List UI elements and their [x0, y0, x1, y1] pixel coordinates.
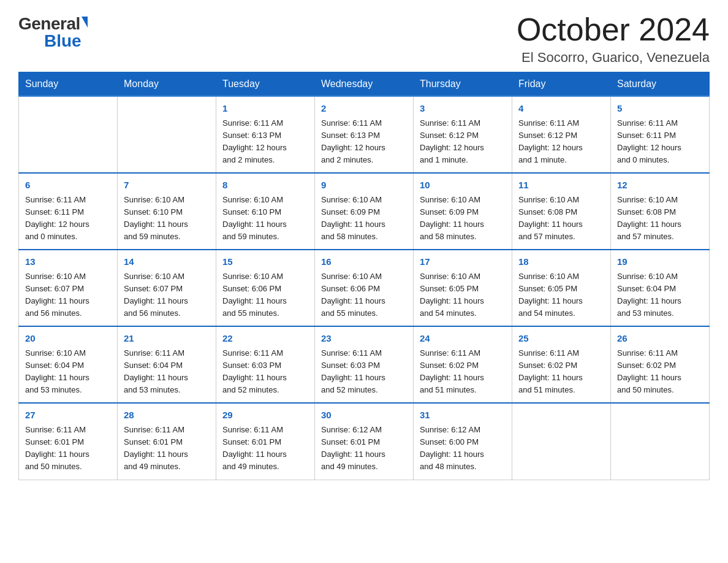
calendar-header-saturday: Saturday	[611, 72, 710, 97]
calendar-cell: 5Sunrise: 6:11 AM Sunset: 6:11 PM Daylig…	[611, 96, 710, 173]
day-number: 1	[222, 102, 308, 116]
calendar-cell: 10Sunrise: 6:10 AM Sunset: 6:09 PM Dayli…	[414, 173, 512, 250]
calendar-header-row: SundayMondayTuesdayWednesdayThursdayFrid…	[19, 72, 710, 97]
day-number: 15	[222, 255, 308, 269]
day-info: Sunrise: 6:10 AM Sunset: 6:08 PM Dayligh…	[617, 194, 703, 243]
calendar-cell: 26Sunrise: 6:11 AM Sunset: 6:02 PM Dayli…	[611, 326, 710, 403]
day-info: Sunrise: 6:11 AM Sunset: 6:03 PM Dayligh…	[321, 347, 407, 397]
day-number: 12	[617, 178, 703, 193]
day-info: Sunrise: 6:10 AM Sunset: 6:10 PM Dayligh…	[222, 194, 308, 243]
calendar-cell: 14Sunrise: 6:10 AM Sunset: 6:07 PM Dayli…	[118, 250, 216, 326]
calendar-cell	[19, 96, 118, 173]
day-number: 16	[321, 255, 407, 269]
day-number: 23	[321, 332, 407, 346]
calendar-cell: 9Sunrise: 6:10 AM Sunset: 6:09 PM Daylig…	[315, 173, 414, 250]
calendar-cell: 20Sunrise: 6:10 AM Sunset: 6:04 PM Dayli…	[19, 326, 118, 403]
calendar-week-row: 6Sunrise: 6:11 AM Sunset: 6:11 PM Daylig…	[19, 173, 710, 250]
calendar-cell	[512, 403, 611, 480]
day-info: Sunrise: 6:10 AM Sunset: 6:04 PM Dayligh…	[617, 270, 703, 320]
title-section: October 2024 El Socorro, Guarico, Venezu…	[517, 12, 710, 66]
calendar-cell: 1Sunrise: 6:11 AM Sunset: 6:13 PM Daylig…	[216, 96, 315, 173]
day-info: Sunrise: 6:10 AM Sunset: 6:07 PM Dayligh…	[25, 270, 111, 320]
calendar-cell: 31Sunrise: 6:12 AM Sunset: 6:00 PM Dayli…	[414, 403, 512, 480]
day-number: 21	[124, 332, 210, 346]
day-info: Sunrise: 6:11 AM Sunset: 6:13 PM Dayligh…	[321, 117, 407, 167]
calendar-cell: 18Sunrise: 6:10 AM Sunset: 6:05 PM Dayli…	[512, 250, 611, 326]
calendar-cell: 24Sunrise: 6:11 AM Sunset: 6:02 PM Dayli…	[414, 326, 512, 403]
day-number: 27	[25, 408, 111, 423]
day-info: Sunrise: 6:11 AM Sunset: 6:12 PM Dayligh…	[420, 117, 506, 167]
month-title: October 2024	[517, 12, 710, 47]
day-info: Sunrise: 6:11 AM Sunset: 6:02 PM Dayligh…	[518, 347, 604, 397]
calendar-table: SundayMondayTuesdayWednesdayThursdayFrid…	[18, 72, 710, 480]
calendar-cell: 2Sunrise: 6:11 AM Sunset: 6:13 PM Daylig…	[315, 96, 414, 173]
day-info: Sunrise: 6:10 AM Sunset: 6:06 PM Dayligh…	[222, 270, 308, 320]
day-number: 26	[617, 332, 703, 346]
calendar-week-row: 13Sunrise: 6:10 AM Sunset: 6:07 PM Dayli…	[19, 250, 710, 326]
day-number: 9	[321, 178, 407, 193]
day-number: 14	[124, 255, 210, 269]
calendar-cell: 6Sunrise: 6:11 AM Sunset: 6:11 PM Daylig…	[19, 173, 118, 250]
calendar-cell	[118, 96, 216, 173]
day-number: 10	[420, 178, 506, 193]
day-number: 20	[25, 332, 111, 346]
logo-blue-text: Blue	[44, 33, 82, 50]
day-number: 13	[25, 255, 111, 269]
calendar-cell: 28Sunrise: 6:11 AM Sunset: 6:01 PM Dayli…	[118, 403, 216, 480]
day-info: Sunrise: 6:10 AM Sunset: 6:05 PM Dayligh…	[518, 270, 604, 320]
day-number: 2	[321, 102, 407, 116]
day-info: Sunrise: 6:10 AM Sunset: 6:07 PM Dayligh…	[124, 270, 210, 320]
calendar-cell: 27Sunrise: 6:11 AM Sunset: 6:01 PM Dayli…	[19, 403, 118, 480]
day-info: Sunrise: 6:10 AM Sunset: 6:09 PM Dayligh…	[321, 194, 407, 243]
day-info: Sunrise: 6:10 AM Sunset: 6:05 PM Dayligh…	[420, 270, 506, 320]
day-info: Sunrise: 6:12 AM Sunset: 6:01 PM Dayligh…	[321, 424, 407, 473]
calendar-cell	[611, 403, 710, 480]
day-info: Sunrise: 6:10 AM Sunset: 6:06 PM Dayligh…	[321, 270, 407, 320]
calendar-cell: 3Sunrise: 6:11 AM Sunset: 6:12 PM Daylig…	[414, 96, 512, 173]
day-number: 6	[25, 178, 111, 193]
day-info: Sunrise: 6:10 AM Sunset: 6:08 PM Dayligh…	[518, 194, 604, 243]
day-number: 4	[518, 102, 604, 116]
day-number: 28	[124, 408, 210, 423]
day-number: 25	[518, 332, 604, 346]
day-number: 3	[420, 102, 506, 116]
calendar-cell: 12Sunrise: 6:10 AM Sunset: 6:08 PM Dayli…	[611, 173, 710, 250]
day-number: 5	[617, 102, 703, 116]
day-info: Sunrise: 6:10 AM Sunset: 6:10 PM Dayligh…	[124, 194, 210, 243]
calendar-cell: 7Sunrise: 6:10 AM Sunset: 6:10 PM Daylig…	[118, 173, 216, 250]
calendar-cell: 17Sunrise: 6:10 AM Sunset: 6:05 PM Dayli…	[414, 250, 512, 326]
calendar-cell: 16Sunrise: 6:10 AM Sunset: 6:06 PM Dayli…	[315, 250, 414, 326]
day-info: Sunrise: 6:10 AM Sunset: 6:09 PM Dayligh…	[420, 194, 506, 243]
day-number: 18	[518, 255, 604, 269]
day-info: Sunrise: 6:11 AM Sunset: 6:04 PM Dayligh…	[124, 347, 210, 397]
day-number: 7	[124, 178, 210, 193]
calendar-header-friday: Friday	[512, 72, 611, 97]
calendar-cell: 13Sunrise: 6:10 AM Sunset: 6:07 PM Dayli…	[19, 250, 118, 326]
calendar-cell: 19Sunrise: 6:10 AM Sunset: 6:04 PM Dayli…	[611, 250, 710, 326]
day-info: Sunrise: 6:11 AM Sunset: 6:11 PM Dayligh…	[617, 117, 703, 167]
day-number: 30	[321, 408, 407, 423]
location-text: El Socorro, Guarico, Venezuela	[517, 50, 710, 66]
calendar-header-thursday: Thursday	[414, 72, 512, 97]
calendar-cell: 15Sunrise: 6:10 AM Sunset: 6:06 PM Dayli…	[216, 250, 315, 326]
day-info: Sunrise: 6:12 AM Sunset: 6:00 PM Dayligh…	[420, 424, 506, 473]
day-info: Sunrise: 6:11 AM Sunset: 6:01 PM Dayligh…	[124, 424, 210, 473]
calendar-week-row: 27Sunrise: 6:11 AM Sunset: 6:01 PM Dayli…	[19, 403, 710, 480]
logo: General Blue	[18, 15, 88, 50]
page-header: General Blue October 2024 El Socorro, Gu…	[18, 12, 710, 66]
day-number: 31	[420, 408, 506, 423]
calendar-header-monday: Monday	[118, 72, 216, 97]
calendar-cell: 11Sunrise: 6:10 AM Sunset: 6:08 PM Dayli…	[512, 173, 611, 250]
day-info: Sunrise: 6:11 AM Sunset: 6:02 PM Dayligh…	[617, 347, 703, 397]
day-number: 8	[222, 178, 308, 193]
day-number: 24	[420, 332, 506, 346]
day-number: 29	[222, 408, 308, 423]
day-info: Sunrise: 6:11 AM Sunset: 6:01 PM Dayligh…	[25, 424, 111, 473]
day-info: Sunrise: 6:11 AM Sunset: 6:03 PM Dayligh…	[222, 347, 308, 397]
logo-general-text: General	[18, 15, 80, 33]
calendar-header-wednesday: Wednesday	[315, 72, 414, 97]
calendar-header-tuesday: Tuesday	[216, 72, 315, 97]
day-number: 17	[420, 255, 506, 269]
calendar-cell: 30Sunrise: 6:12 AM Sunset: 6:01 PM Dayli…	[315, 403, 414, 480]
day-info: Sunrise: 6:11 AM Sunset: 6:01 PM Dayligh…	[222, 424, 308, 473]
